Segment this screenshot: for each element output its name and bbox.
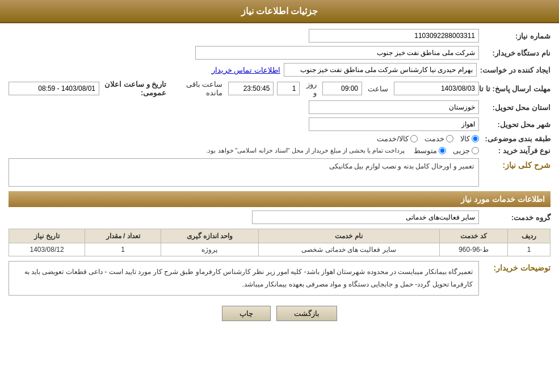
city-input[interactable] — [309, 117, 479, 131]
category-label: طبقه بندی موضوعی: — [482, 134, 550, 143]
remaining-label: ساعت باقی مانده — [183, 80, 222, 97]
services-title: اطلاعات خدمات مورد نیاز — [461, 195, 545, 204]
buyer-notes-section: توضیحات خریدار: تعمیرگاه بیمانکار میبایس… — [9, 261, 550, 299]
buyer-notes-box: تعمیرگاه بیمانکار میبایست در محدوده شهرس… — [9, 261, 479, 296]
purchase-label-mottavasset: متوسط — [414, 146, 437, 155]
purchase-type-label: نوع فرآیند خرید : — [482, 146, 550, 155]
back-button[interactable]: بازگشت — [276, 306, 337, 321]
need-desc-label: شرح کلی نیاز: — [482, 161, 550, 170]
print-button[interactable]: چاپ — [222, 306, 271, 321]
page-container: جزئیات اطلاعات نیاز شماره نیاز: نام دستگ… — [0, 0, 559, 392]
service-group-input[interactable] — [252, 210, 479, 224]
buyer-notes-text: تعمیرگاه بیمانکار میبایست در محدوده شهرس… — [24, 268, 473, 288]
creator-row: ایجاد کننده در خواست: اطلاعات تماس خریدا… — [9, 63, 550, 77]
col-unit: واحد اندازه گیری — [161, 229, 259, 243]
category-radio-kala-khedmat[interactable] — [410, 135, 418, 142]
col-date: تاریخ نیاز — [9, 229, 85, 243]
province-input[interactable] — [309, 100, 479, 114]
cell-code: ط-96-960 — [439, 243, 508, 256]
announce-input[interactable] — [9, 82, 99, 95]
province-row: استان محل تحویل: — [9, 100, 550, 114]
col-count: تعداد / مقدار — [85, 229, 161, 243]
city-row: شهر محل تحویل: — [9, 117, 550, 131]
purchase-note: پرداخت تمام یا بخشی از مبلغ خریدار از مح… — [206, 147, 405, 154]
category-option-kala: کالا — [460, 134, 479, 143]
services-section-header: اطلاعات خدمات مورد نیاز — [9, 191, 550, 207]
cell-count: 1 — [85, 243, 161, 256]
category-label-khedmat: خدمت — [424, 134, 444, 143]
category-radio-group: کالا خدمت کالا/خدمت — [377, 134, 479, 143]
table-row: 1 ط-96-960 سایر فعالیت های خدماتی شخصی پ… — [9, 243, 550, 256]
announce-label: تاریخ و ساعت اعلان عمومی: — [103, 80, 166, 97]
purchase-option-jozi: جزیی — [453, 146, 479, 155]
contact-link[interactable]: اطلاعات تماس خریدار — [212, 66, 280, 74]
services-table: ردیف کد خدمت نام خدمت واحد اندازه گیری ت… — [9, 229, 550, 256]
col-name: نام خدمت — [258, 229, 439, 243]
category-radio-kala[interactable] — [472, 135, 479, 142]
purchase-option-mottavasset: متوسط — [414, 146, 446, 155]
purchase-label-jozi: جزیی — [453, 146, 470, 155]
col-code: کد خدمت — [439, 229, 508, 243]
page-header: جزئیات اطلاعات نیاز — [0, 0, 559, 23]
city-label: شهر محل تحویل: — [482, 120, 550, 129]
page-title: جزئیات اطلاعات نیاز — [241, 6, 318, 16]
purchase-radio-mottavasset[interactable] — [439, 147, 446, 154]
col-row: ردیف — [508, 229, 550, 243]
content-area: شماره نیاز: نام دستگاه خریدار: ایجاد کنن… — [0, 23, 559, 334]
purchase-radio-group: جزیی متوسط — [414, 146, 479, 155]
table-header-row: ردیف کد خدمت نام خدمت واحد اندازه گیری ت… — [9, 229, 550, 243]
category-radio-khedmat[interactable] — [446, 135, 453, 142]
remaining-input[interactable] — [228, 82, 274, 95]
days-input[interactable] — [277, 82, 300, 95]
need-desc-text: تعمیر و اورحال کامل بدنه و نصب لوازم بیل… — [329, 162, 474, 170]
need-number-label: شماره نیاز: — [482, 32, 550, 40]
buyer-org-label: نام دستگاه خریدار: — [482, 49, 550, 57]
service-group-label: گروه خدمت: — [482, 213, 550, 222]
cell-date: 1403/08/12 — [9, 243, 85, 256]
category-row: طبقه بندی موضوعی: کالا خدمت کالا/خدمت — [9, 134, 550, 143]
send-date-label: مهلت ارسال پاسخ: تا تاریخ: — [482, 85, 550, 93]
need-desc-section: شرح کلی نیاز: تعمیر و اورحال کامل بدنه و… — [9, 158, 550, 187]
buyer-org-row: نام دستگاه خریدار: — [9, 46, 550, 60]
cell-name: سایر فعالیت های خدماتی شخصی — [258, 243, 439, 256]
need-number-row: شماره نیاز: — [9, 29, 550, 43]
category-option-khedmat: خدمت — [424, 134, 453, 143]
buyer-org-input[interactable] — [195, 46, 479, 60]
buttons-row: بازگشت چاپ — [9, 306, 550, 321]
time-label: ساعت — [368, 85, 388, 93]
time-input[interactable] — [322, 82, 362, 95]
date-row: مهلت ارسال پاسخ: تا تاریخ: ساعت روز و سا… — [9, 80, 550, 97]
province-label: استان محل تحویل: — [482, 103, 550, 112]
creator-input[interactable] — [284, 63, 477, 77]
send-date-input[interactable] — [394, 82, 479, 95]
need-number-input[interactable] — [309, 29, 479, 43]
purchase-radio-jozi[interactable] — [472, 147, 479, 154]
purchase-type-row: نوع فرآیند خرید : جزیی متوسط پرداخت تمام… — [9, 146, 550, 155]
creator-label: ایجاد کننده در خواست: — [480, 66, 550, 74]
cell-row: 1 — [508, 243, 550, 256]
category-label-kala: کالا — [460, 134, 470, 143]
buyer-notes-label: توضیحات خریدار: — [482, 263, 550, 272]
category-option-kala-khedmat: کالا/خدمت — [377, 134, 418, 143]
category-label-kala-khedmat: کالا/خدمت — [377, 134, 409, 143]
days-label: روز و — [305, 80, 317, 97]
service-group-row: گروه خدمت: — [9, 210, 550, 224]
need-desc-box: تعمیر و اورحال کامل بدنه و نصب لوازم بیل… — [9, 158, 479, 187]
cell-unit: پروژه — [161, 243, 259, 256]
